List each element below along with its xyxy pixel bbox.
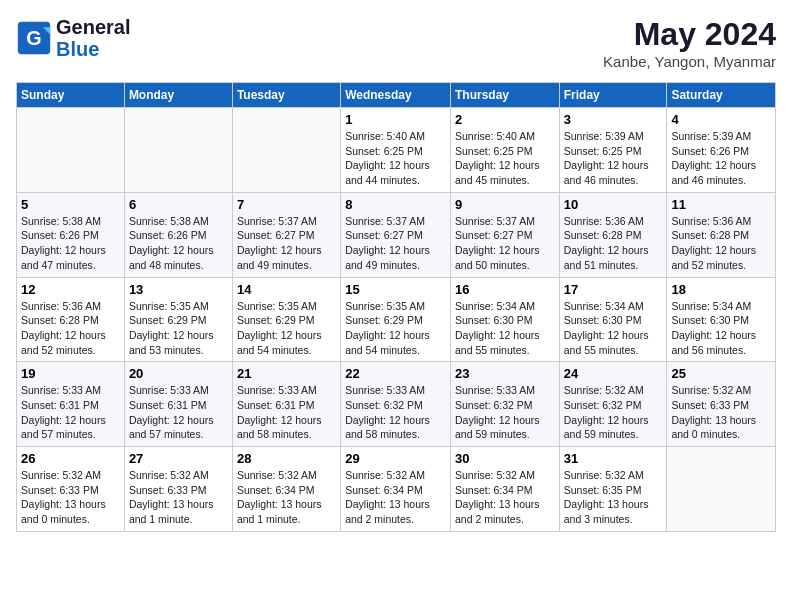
table-row: 25Sunrise: 5:32 AM Sunset: 6:33 PM Dayli… bbox=[667, 362, 776, 447]
table-row: 14Sunrise: 5:35 AM Sunset: 6:29 PM Dayli… bbox=[232, 277, 340, 362]
table-row: 21Sunrise: 5:33 AM Sunset: 6:31 PM Dayli… bbox=[232, 362, 340, 447]
table-row: 6Sunrise: 5:38 AM Sunset: 6:26 PM Daylig… bbox=[124, 192, 232, 277]
day-number: 13 bbox=[129, 282, 228, 297]
header-thursday: Thursday bbox=[450, 83, 559, 108]
day-info: Sunrise: 5:33 AM Sunset: 6:32 PM Dayligh… bbox=[455, 383, 555, 442]
day-info: Sunrise: 5:34 AM Sunset: 6:30 PM Dayligh… bbox=[564, 299, 663, 358]
day-info: Sunrise: 5:40 AM Sunset: 6:25 PM Dayligh… bbox=[455, 129, 555, 188]
table-row: 22Sunrise: 5:33 AM Sunset: 6:32 PM Dayli… bbox=[341, 362, 451, 447]
day-number: 9 bbox=[455, 197, 555, 212]
day-number: 4 bbox=[671, 112, 771, 127]
day-info: Sunrise: 5:32 AM Sunset: 6:34 PM Dayligh… bbox=[237, 468, 336, 527]
day-info: Sunrise: 5:32 AM Sunset: 6:34 PM Dayligh… bbox=[455, 468, 555, 527]
day-number: 10 bbox=[564, 197, 663, 212]
logo-text-line2: Blue bbox=[56, 38, 130, 60]
header-tuesday: Tuesday bbox=[232, 83, 340, 108]
day-number: 23 bbox=[455, 366, 555, 381]
day-info: Sunrise: 5:37 AM Sunset: 6:27 PM Dayligh… bbox=[345, 214, 446, 273]
day-info: Sunrise: 5:33 AM Sunset: 6:31 PM Dayligh… bbox=[237, 383, 336, 442]
day-info: Sunrise: 5:32 AM Sunset: 6:33 PM Dayligh… bbox=[671, 383, 771, 442]
page-header: G General Blue May 2024 Kanbe, Yangon, M… bbox=[16, 16, 776, 70]
day-number: 8 bbox=[345, 197, 446, 212]
table-row: 12Sunrise: 5:36 AM Sunset: 6:28 PM Dayli… bbox=[17, 277, 125, 362]
table-row: 11Sunrise: 5:36 AM Sunset: 6:28 PM Dayli… bbox=[667, 192, 776, 277]
calendar-body: 1Sunrise: 5:40 AM Sunset: 6:25 PM Daylig… bbox=[17, 108, 776, 532]
day-info: Sunrise: 5:37 AM Sunset: 6:27 PM Dayligh… bbox=[455, 214, 555, 273]
table-row: 8Sunrise: 5:37 AM Sunset: 6:27 PM Daylig… bbox=[341, 192, 451, 277]
day-number: 15 bbox=[345, 282, 446, 297]
table-row: 24Sunrise: 5:32 AM Sunset: 6:32 PM Dayli… bbox=[559, 362, 667, 447]
logo: G General Blue bbox=[16, 16, 130, 60]
day-info: Sunrise: 5:38 AM Sunset: 6:26 PM Dayligh… bbox=[21, 214, 120, 273]
day-number: 26 bbox=[21, 451, 120, 466]
header-sunday: Sunday bbox=[17, 83, 125, 108]
day-number: 20 bbox=[129, 366, 228, 381]
day-info: Sunrise: 5:36 AM Sunset: 6:28 PM Dayligh… bbox=[564, 214, 663, 273]
day-info: Sunrise: 5:39 AM Sunset: 6:25 PM Dayligh… bbox=[564, 129, 663, 188]
day-info: Sunrise: 5:32 AM Sunset: 6:34 PM Dayligh… bbox=[345, 468, 446, 527]
day-info: Sunrise: 5:37 AM Sunset: 6:27 PM Dayligh… bbox=[237, 214, 336, 273]
day-number: 27 bbox=[129, 451, 228, 466]
day-number: 24 bbox=[564, 366, 663, 381]
day-number: 1 bbox=[345, 112, 446, 127]
day-info: Sunrise: 5:34 AM Sunset: 6:30 PM Dayligh… bbox=[671, 299, 771, 358]
table-row: 3Sunrise: 5:39 AM Sunset: 6:25 PM Daylig… bbox=[559, 108, 667, 193]
day-info: Sunrise: 5:38 AM Sunset: 6:26 PM Dayligh… bbox=[129, 214, 228, 273]
table-row: 10Sunrise: 5:36 AM Sunset: 6:28 PM Dayli… bbox=[559, 192, 667, 277]
day-number: 30 bbox=[455, 451, 555, 466]
day-number: 14 bbox=[237, 282, 336, 297]
day-number: 19 bbox=[21, 366, 120, 381]
logo-icon: G bbox=[16, 20, 52, 56]
table-row: 30Sunrise: 5:32 AM Sunset: 6:34 PM Dayli… bbox=[450, 447, 559, 532]
header-saturday: Saturday bbox=[667, 83, 776, 108]
day-info: Sunrise: 5:34 AM Sunset: 6:30 PM Dayligh… bbox=[455, 299, 555, 358]
day-number: 12 bbox=[21, 282, 120, 297]
day-number: 2 bbox=[455, 112, 555, 127]
table-row: 2Sunrise: 5:40 AM Sunset: 6:25 PM Daylig… bbox=[450, 108, 559, 193]
table-row: 18Sunrise: 5:34 AM Sunset: 6:30 PM Dayli… bbox=[667, 277, 776, 362]
day-info: Sunrise: 5:35 AM Sunset: 6:29 PM Dayligh… bbox=[345, 299, 446, 358]
calendar-table: Sunday Monday Tuesday Wednesday Thursday… bbox=[16, 82, 776, 532]
day-number: 6 bbox=[129, 197, 228, 212]
day-number: 3 bbox=[564, 112, 663, 127]
header-friday: Friday bbox=[559, 83, 667, 108]
table-row: 1Sunrise: 5:40 AM Sunset: 6:25 PM Daylig… bbox=[341, 108, 451, 193]
table-row bbox=[124, 108, 232, 193]
table-row bbox=[667, 447, 776, 532]
table-row: 5Sunrise: 5:38 AM Sunset: 6:26 PM Daylig… bbox=[17, 192, 125, 277]
table-row: 9Sunrise: 5:37 AM Sunset: 6:27 PM Daylig… bbox=[450, 192, 559, 277]
day-info: Sunrise: 5:33 AM Sunset: 6:31 PM Dayligh… bbox=[129, 383, 228, 442]
day-info: Sunrise: 5:36 AM Sunset: 6:28 PM Dayligh… bbox=[671, 214, 771, 273]
header-wednesday: Wednesday bbox=[341, 83, 451, 108]
table-row: 29Sunrise: 5:32 AM Sunset: 6:34 PM Dayli… bbox=[341, 447, 451, 532]
table-row: 19Sunrise: 5:33 AM Sunset: 6:31 PM Dayli… bbox=[17, 362, 125, 447]
table-row: 17Sunrise: 5:34 AM Sunset: 6:30 PM Dayli… bbox=[559, 277, 667, 362]
table-row: 4Sunrise: 5:39 AM Sunset: 6:26 PM Daylig… bbox=[667, 108, 776, 193]
day-number: 21 bbox=[237, 366, 336, 381]
day-info: Sunrise: 5:40 AM Sunset: 6:25 PM Dayligh… bbox=[345, 129, 446, 188]
table-row: 31Sunrise: 5:32 AM Sunset: 6:35 PM Dayli… bbox=[559, 447, 667, 532]
day-info: Sunrise: 5:33 AM Sunset: 6:31 PM Dayligh… bbox=[21, 383, 120, 442]
table-row: 28Sunrise: 5:32 AM Sunset: 6:34 PM Dayli… bbox=[232, 447, 340, 532]
table-row bbox=[232, 108, 340, 193]
table-row: 27Sunrise: 5:32 AM Sunset: 6:33 PM Dayli… bbox=[124, 447, 232, 532]
table-row: 16Sunrise: 5:34 AM Sunset: 6:30 PM Dayli… bbox=[450, 277, 559, 362]
day-number: 29 bbox=[345, 451, 446, 466]
day-number: 17 bbox=[564, 282, 663, 297]
month-title: May 2024 bbox=[603, 16, 776, 53]
day-number: 18 bbox=[671, 282, 771, 297]
day-number: 25 bbox=[671, 366, 771, 381]
day-number: 28 bbox=[237, 451, 336, 466]
day-info: Sunrise: 5:32 AM Sunset: 6:33 PM Dayligh… bbox=[21, 468, 120, 527]
day-info: Sunrise: 5:35 AM Sunset: 6:29 PM Dayligh… bbox=[237, 299, 336, 358]
table-row: 13Sunrise: 5:35 AM Sunset: 6:29 PM Dayli… bbox=[124, 277, 232, 362]
table-row: 23Sunrise: 5:33 AM Sunset: 6:32 PM Dayli… bbox=[450, 362, 559, 447]
day-number: 5 bbox=[21, 197, 120, 212]
day-info: Sunrise: 5:32 AM Sunset: 6:33 PM Dayligh… bbox=[129, 468, 228, 527]
day-number: 31 bbox=[564, 451, 663, 466]
table-row: 26Sunrise: 5:32 AM Sunset: 6:33 PM Dayli… bbox=[17, 447, 125, 532]
calendar-header: Sunday Monday Tuesday Wednesday Thursday… bbox=[17, 83, 776, 108]
table-row: 20Sunrise: 5:33 AM Sunset: 6:31 PM Dayli… bbox=[124, 362, 232, 447]
day-number: 11 bbox=[671, 197, 771, 212]
logo-text-line1: General bbox=[56, 16, 130, 38]
